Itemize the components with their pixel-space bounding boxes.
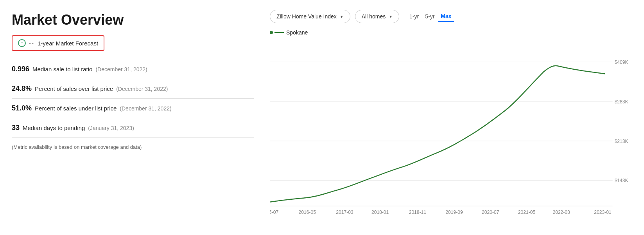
index-label: Zillow Home Value Index: [276, 13, 337, 20]
forecast-dashes: --: [29, 40, 34, 47]
time-buttons: 1-yr 5-yr Max: [407, 11, 454, 22]
chart-legend: Spokane: [270, 29, 632, 36]
metrics-list: 0.996 Median sale to list ratio (Decembe…: [12, 60, 254, 138]
list-item: 51.0% Percent of sales under list price …: [12, 99, 254, 118]
forecast-icon: ↑: [18, 39, 26, 47]
metric-label: Percent of sales over list price: [35, 85, 113, 92]
time-max[interactable]: Max: [438, 11, 454, 22]
metric-value: 24.8%: [12, 85, 32, 93]
metric-value: 51.0%: [12, 104, 32, 112]
right-panel: Zillow Home Value Index ▼ All homes ▼ 1-…: [270, 8, 632, 227]
x-label-2018-01: 2018-01: [371, 210, 389, 215]
left-panel: Market Overview ↑ -- 1-year Market Forec…: [12, 8, 254, 227]
time-5yr[interactable]: 5-yr: [423, 11, 437, 22]
index-chevron-icon: ▼: [340, 14, 344, 19]
metric-label: Median days to pending: [23, 125, 85, 131]
x-label-2021-05: 2021-05: [518, 210, 536, 215]
x-label-2015-07: 2015-07: [270, 210, 278, 215]
y-label-283k: $283K: [615, 99, 628, 105]
city-label: Spokane: [286, 29, 308, 36]
chart-controls: Zillow Home Value Index ▼ All homes ▼ 1-…: [270, 10, 632, 23]
metric-date: (January 31, 2023): [88, 125, 134, 131]
list-item: 24.8% Percent of sales over list price (…: [12, 79, 254, 99]
page-title: Market Overview: [12, 12, 254, 28]
metric-label: Percent of sales under list price: [35, 105, 117, 112]
x-label-2017-03: 2017-03: [336, 210, 353, 215]
y-label-409k: $409K: [615, 60, 628, 65]
footnote: (Metric availability is based on market …: [12, 144, 254, 150]
forecast-box[interactable]: ↑ -- 1-year Market Forecast: [12, 35, 104, 51]
legend-line: [270, 31, 284, 34]
chart-area: $409K $283K $213K $143K 2015-07 2016-05 …: [270, 39, 632, 227]
metric-value: 0.996: [12, 65, 29, 73]
homes-dropdown[interactable]: All homes ▼: [355, 10, 399, 23]
y-label-143k: $143K: [615, 178, 628, 183]
spokane-line: [270, 66, 605, 202]
x-label-2022-03: 2022-03: [553, 210, 570, 215]
x-label-2016-05: 2016-05: [299, 210, 316, 215]
list-item: 0.996 Median sale to list ratio (Decembe…: [12, 60, 254, 79]
index-dropdown[interactable]: Zillow Home Value Index ▼: [270, 10, 350, 23]
x-label-2019-09: 2019-09: [445, 210, 463, 215]
chart-svg: $409K $283K $213K $143K 2015-07 2016-05 …: [270, 39, 632, 227]
homes-chevron-icon: ▼: [389, 14, 393, 19]
legend-dash: [274, 32, 284, 33]
x-label-2020-07: 2020-07: [482, 210, 499, 215]
legend-dot: [270, 31, 273, 34]
metric-date: (December 31, 2022): [120, 105, 171, 112]
y-label-213k: $213K: [615, 139, 628, 144]
forecast-label: 1-year Market Forecast: [38, 40, 98, 47]
x-label-2018-11: 2018-11: [409, 210, 427, 215]
metric-value: 33: [12, 124, 20, 132]
metric-label: Median sale to list ratio: [32, 66, 92, 72]
metric-date: (December 31, 2022): [116, 86, 168, 92]
x-label-2023-01: 2023-01: [594, 210, 612, 215]
metric-date: (December 31, 2022): [95, 66, 147, 72]
homes-label: All homes: [362, 13, 386, 20]
list-item: 33 Median days to pending (January 31, 2…: [12, 118, 254, 138]
time-1yr[interactable]: 1-yr: [407, 11, 421, 22]
